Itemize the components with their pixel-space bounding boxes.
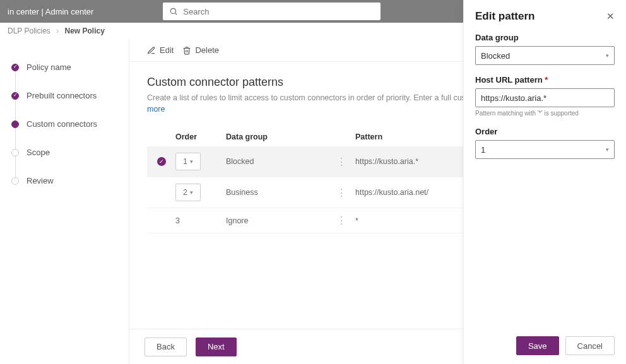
back-button[interactable]: Back: [145, 338, 187, 356]
cell-order: 2▾: [175, 184, 226, 201]
search-box[interactable]: [163, 3, 381, 20]
cell-group: Blocked: [226, 157, 327, 166]
data-group-select[interactable]: Blocked ▾: [475, 46, 615, 65]
url-pattern-input[interactable]: [481, 93, 609, 103]
delete-button[interactable]: Delete: [182, 45, 219, 55]
th-group[interactable]: Data group: [226, 132, 327, 141]
step-label: Custom connectors: [27, 119, 97, 129]
next-button[interactable]: Next: [196, 338, 237, 356]
cell-order: 1▾: [175, 153, 226, 170]
edit-button[interactable]: Edit: [147, 45, 174, 55]
order-chip[interactable]: 2▾: [175, 184, 201, 201]
panel-title: Edit pattern: [475, 10, 534, 23]
wizard-step[interactable]: Policy name: [0, 53, 129, 81]
breadcrumb-sep: ›: [56, 26, 59, 35]
wizard-step[interactable]: Prebuilt connectors: [0, 81, 129, 110]
step-bullet-icon: [11, 177, 19, 185]
step-label: Review: [27, 176, 54, 185]
step-bullet-icon: [11, 149, 19, 156]
step-label: Policy name: [27, 62, 71, 72]
search-input[interactable]: [183, 7, 374, 16]
step-label: Prebuilt connectors: [27, 91, 97, 100]
row-menu-icon[interactable]: ⋮: [327, 187, 355, 199]
row-menu-icon[interactable]: ⋮: [327, 156, 355, 168]
cancel-button[interactable]: Cancel: [565, 336, 615, 355]
order-number: 2: [183, 188, 187, 197]
search-icon: [169, 7, 178, 16]
wizard-step[interactable]: Scope: [0, 138, 129, 167]
url-pattern-hint: Pattern matching with '*' is supported: [475, 110, 615, 117]
delete-label: Delete: [195, 45, 219, 55]
chevron-down-icon: ▾: [606, 146, 609, 153]
more-link[interactable]: more: [147, 105, 165, 114]
edit-pattern-panel: Edit pattern ✕ Data group Blocked ▾ Host…: [463, 0, 626, 364]
url-pattern-label: Host URL pattern *: [475, 75, 615, 85]
breadcrumb-current: New Policy: [65, 26, 105, 35]
order-select[interactable]: 1 ▾: [475, 140, 615, 159]
close-icon[interactable]: ✕: [606, 11, 615, 22]
step-bullet-icon: [11, 120, 19, 128]
app-title: in center | Admin center: [8, 7, 93, 16]
cell-group: Business: [226, 188, 327, 197]
chevron-down-icon: ▾: [606, 52, 609, 59]
wizard-step[interactable]: Review: [0, 167, 129, 195]
chevron-down-icon: ▾: [190, 158, 193, 165]
data-group-label: Data group: [475, 33, 615, 42]
wizard-step[interactable]: Custom connectors: [0, 110, 129, 138]
cell-group: Ignore: [226, 216, 327, 225]
wizard-steps: Policy namePrebuilt connectorsCustom con…: [0, 39, 129, 364]
delete-icon: [182, 46, 191, 55]
edit-label: Edit: [160, 45, 174, 55]
svg-point-0: [171, 8, 176, 13]
edit-icon: [147, 46, 156, 55]
step-label: Scope: [27, 148, 50, 157]
step-bullet-icon: [11, 92, 19, 100]
row-check[interactable]: ✓: [147, 157, 175, 166]
order-chip[interactable]: 1▾: [175, 153, 201, 170]
order-value: 1: [481, 145, 485, 155]
save-button[interactable]: Save: [516, 336, 559, 355]
data-group-value: Blocked: [481, 51, 510, 61]
step-bullet-icon: [11, 64, 19, 71]
check-icon: ✓: [157, 157, 166, 166]
svg-line-1: [175, 13, 177, 15]
url-pattern-input-wrap[interactable]: [475, 88, 615, 107]
cell-order: 3: [175, 216, 226, 225]
order-label: Order: [475, 127, 615, 136]
breadcrumb-root[interactable]: DLP Policies: [8, 26, 50, 35]
chevron-down-icon: ▾: [190, 189, 193, 196]
order-number: 1: [183, 157, 187, 166]
th-order[interactable]: Order: [175, 132, 226, 141]
row-menu-icon[interactable]: ⋮: [327, 214, 355, 226]
